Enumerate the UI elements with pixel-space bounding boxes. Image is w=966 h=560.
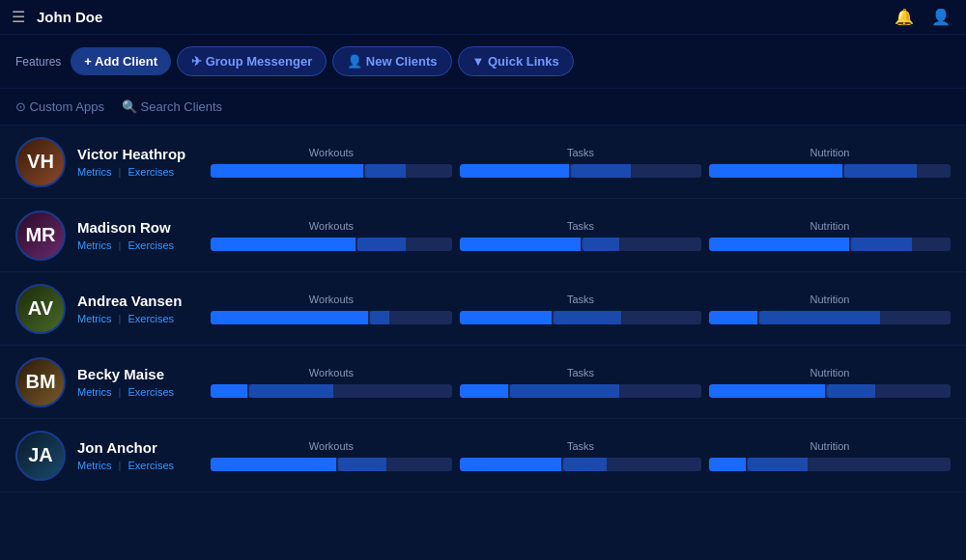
workouts-progress — [211, 458, 452, 471]
tasks-block: Tasks — [460, 367, 701, 398]
metrics-link[interactable]: Metrics — [77, 460, 111, 471]
workouts-fill — [211, 458, 336, 471]
exercises-link[interactable]: Exercises — [128, 460, 174, 471]
client-row: MR Madison Row Metrics | Exercises Worko… — [0, 199, 966, 272]
tasks-fill — [460, 384, 508, 398]
nutrition-block: Nutrition — [709, 440, 951, 471]
separator: | — [119, 313, 122, 324]
workouts-fill2 — [249, 384, 334, 398]
workouts-fill — [211, 384, 247, 398]
exercises-link[interactable]: Exercises — [128, 386, 174, 398]
client-row: VH Victor Heathrop Metrics | Exercises W… — [0, 126, 966, 199]
workouts-fill2 — [357, 238, 406, 251]
client-name: Jon Anchor — [77, 439, 203, 456]
tasks-fill — [460, 311, 552, 324]
nutrition-fill2 — [827, 384, 875, 398]
nutrition-fill — [709, 384, 825, 398]
nutrition-block: Nutrition — [709, 294, 951, 324]
quick-links-button[interactable]: ▼ Quick Links — [458, 46, 574, 76]
tasks-label: Tasks — [460, 367, 701, 378]
tasks-fill2 — [510, 384, 619, 398]
tasks-fill2 — [554, 311, 621, 324]
nutrition-progress — [709, 458, 951, 471]
group-messenger-button[interactable]: ✈ Group Messenger — [177, 46, 327, 76]
nutrition-fill — [709, 238, 849, 251]
workouts-block: Workouts — [211, 220, 452, 251]
client-info: Victor Heathrop Metrics | Exercises — [77, 146, 203, 178]
tasks-fill — [460, 238, 581, 251]
client-name: Becky Maise — [77, 366, 203, 382]
features-label: Features — [15, 55, 61, 69]
client-row: AV Andrea Vansen Metrics | Exercises Wor… — [0, 272, 966, 346]
exercises-link[interactable]: Exercises — [128, 313, 174, 324]
workouts-progress — [211, 311, 452, 324]
toolbar: Features + Add Client ✈ Group Messenger … — [0, 35, 966, 89]
stats-section: Workouts Tasks Nutrition — [211, 367, 951, 398]
workouts-label: Workouts — [211, 294, 452, 305]
tasks-progress — [460, 458, 701, 471]
tasks-progress — [460, 164, 701, 178]
subtoolbar: ⊙ Custom Apps 🔍 Search Clients — [0, 89, 966, 126]
nutrition-label: Nutrition — [709, 440, 951, 452]
workouts-fill2 — [338, 458, 386, 471]
client-info: Madison Row Metrics | Exercises — [77, 219, 203, 251]
separator: | — [119, 166, 122, 178]
nutrition-label: Nutrition — [709, 147, 951, 158]
notification-icon[interactable]: 🔔 — [891, 4, 918, 31]
client-links: Metrics | Exercises — [77, 460, 203, 471]
client-info: Jon Anchor Metrics | Exercises — [77, 439, 203, 471]
metrics-link[interactable]: Metrics — [77, 166, 111, 178]
client-row: JA Jon Anchor Metrics | Exercises Workou… — [0, 419, 966, 492]
client-name: Andrea Vansen — [77, 293, 203, 309]
tasks-fill — [460, 458, 561, 471]
workouts-fill — [211, 164, 363, 178]
tasks-block: Tasks — [460, 147, 701, 178]
client-links: Metrics | Exercises — [77, 386, 203, 398]
profile-icon[interactable]: 👤 — [927, 4, 954, 31]
metrics-link[interactable]: Metrics — [77, 313, 111, 324]
client-info: Andrea Vansen Metrics | Exercises — [77, 293, 203, 324]
nutrition-label: Nutrition — [709, 294, 951, 305]
workouts-block: Workouts — [211, 294, 452, 324]
search-clients-item[interactable]: 🔍 Search Clients — [122, 99, 222, 114]
nutrition-label: Nutrition — [709, 367, 951, 378]
tasks-block: Tasks — [460, 294, 701, 324]
tasks-progress — [460, 384, 701, 398]
tasks-fill2 — [582, 238, 619, 251]
custom-apps-item[interactable]: ⊙ Custom Apps — [15, 99, 104, 114]
stats-section: Workouts Tasks Nutrition — [211, 220, 951, 251]
nutrition-block: Nutrition — [709, 220, 951, 251]
separator: | — [119, 386, 122, 398]
new-clients-button[interactable]: 👤 New Clients — [332, 46, 451, 76]
nutrition-progress — [709, 164, 951, 178]
topbar-icons: 🔔 👤 — [891, 4, 954, 31]
exercises-link[interactable]: Exercises — [128, 239, 174, 251]
workouts-block: Workouts — [211, 147, 452, 178]
metrics-link[interactable]: Metrics — [77, 386, 111, 398]
workouts-progress — [211, 238, 452, 251]
client-name: Madison Row — [77, 219, 203, 236]
nutrition-fill — [709, 164, 842, 178]
nutrition-progress — [709, 384, 951, 398]
workouts-label: Workouts — [211, 440, 452, 452]
tasks-fill — [460, 164, 569, 178]
avatar: MR — [15, 210, 66, 261]
stats-section: Workouts Tasks Nutrition — [211, 440, 951, 471]
tasks-label: Tasks — [460, 440, 701, 452]
tasks-progress — [460, 311, 701, 324]
nutrition-progress — [709, 311, 951, 324]
workouts-block: Workouts — [211, 367, 452, 398]
nutrition-fill2 — [844, 164, 917, 178]
nutrition-block: Nutrition — [709, 147, 951, 178]
metrics-link[interactable]: Metrics — [77, 239, 111, 251]
menu-icon[interactable]: ☰ — [12, 8, 25, 26]
avatar: AV — [15, 284, 66, 334]
exercises-link[interactable]: Exercises — [128, 166, 174, 178]
client-links: Metrics | Exercises — [77, 239, 203, 251]
avatar: JA — [15, 431, 66, 481]
tasks-fill2 — [571, 164, 632, 178]
workouts-fill2 — [365, 164, 407, 178]
client-links: Metrics | Exercises — [77, 313, 203, 324]
add-client-button[interactable]: + Add Client — [71, 47, 171, 75]
workouts-block: Workouts — [211, 440, 452, 471]
